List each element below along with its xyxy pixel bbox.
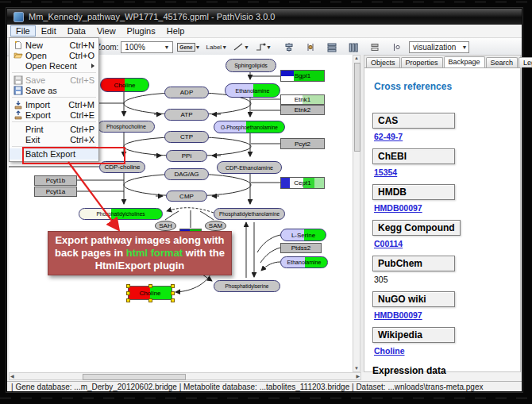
chevron-down-icon: ▼ (222, 44, 227, 50)
xref-link[interactable]: 62-49-7 (374, 132, 512, 141)
pathway-node-cdp-choline[interactable]: CDP-choline (99, 161, 145, 173)
file-menu-item-print[interactable]: PrintCtrl+P (10, 124, 98, 134)
import-icon (12, 100, 24, 110)
pathway-node-etnk1[interactable]: Etnk1 (280, 94, 325, 105)
pathway-node-cmp[interactable]: CMP (166, 190, 207, 202)
file-menu-item-new[interactable]: NewCtrl+N (10, 40, 98, 50)
menu-edit[interactable]: Edit (36, 25, 62, 37)
selection-handle[interactable] (171, 298, 175, 302)
xref-link[interactable]: HMDB00097 (374, 310, 512, 320)
file-menu-item-save-as[interactable]: Save as (10, 85, 98, 95)
pathway-node-ethanolamine[interactable]: Ethanolamine (225, 83, 280, 98)
node-label: Etnk1 (295, 96, 310, 103)
pathway-node-pcyt1b[interactable]: Pcyt1b (34, 175, 77, 186)
menu-file[interactable]: File (10, 25, 36, 37)
pathway-node-adp[interactable]: ADP (164, 87, 209, 98)
horizontal-scroll-thumb[interactable] (83, 374, 186, 380)
scroll-down-icon[interactable]: ▼ (354, 366, 359, 371)
pathway-node-l-serine[interactable]: L-Serine (280, 229, 326, 241)
scroll-right-icon[interactable]: ▶ (356, 374, 360, 379)
menu-help[interactable]: Help (161, 25, 191, 37)
file-menu-item-save[interactable]: SaveCtrl+S (10, 75, 98, 85)
pathway-node-cdp-ethanolamine[interactable]: CDP-Ethanolamine (217, 161, 282, 174)
xref-link[interactable]: Choline (374, 346, 512, 356)
connector-icon (255, 42, 266, 52)
stack-columns-button[interactable] (346, 40, 360, 54)
menu-item-label: Save (24, 75, 45, 85)
selection-handle[interactable] (148, 298, 152, 302)
xref-link[interactable]: 15354 (374, 167, 512, 177)
file-menu-item-open[interactable]: OpenCtrl+O (10, 50, 98, 60)
pathway-node-ptdss2[interactable]: Ptdss2 (280, 243, 322, 253)
pathway-node-sgpl1[interactable]: Sgpl1 (280, 70, 325, 82)
selection-handle[interactable] (126, 284, 130, 288)
xref-section-chebi: ChEBI15354 (372, 148, 512, 177)
connector-tool-button[interactable]: ▼ (253, 40, 273, 54)
pathway-node-pcyt2[interactable]: Pcyt2 (280, 138, 325, 149)
title-bar[interactable]: Mm_Kennedy_pathway_WP1771_45176.gpml - P… (7, 9, 522, 25)
node-label: Pcyt1b (46, 177, 65, 184)
line-tool-button[interactable]: ▼ (231, 40, 251, 54)
selection-handle[interactable] (171, 291, 175, 295)
pathway-node-choline[interactable]: Choline (128, 286, 172, 300)
scroll-up-icon[interactable]: ▲ (354, 56, 359, 61)
menu-view[interactable]: View (91, 25, 121, 37)
label-tool-button[interactable]: Label▼ (205, 40, 229, 54)
pathway-node-etnk2[interactable]: Etnk2 (280, 105, 325, 115)
pathway-node-phosphatidylserine[interactable]: Phosphatidylserine (214, 280, 280, 292)
selection-handle[interactable] (171, 284, 175, 288)
selection-handle[interactable] (126, 291, 130, 295)
node-label: Pcyt2 (295, 140, 310, 148)
gene-tool-button[interactable]: Gene▼ (175, 40, 202, 54)
vertical-scroll-thumb[interactable] (354, 63, 360, 152)
pathway-node-phosphatidylethanolamine[interactable]: Phosphatidylethanolamine (214, 208, 285, 220)
scroll-left-icon[interactable]: ◀ (10, 374, 14, 379)
zoom-combobox[interactable]: 100%▼ (121, 41, 173, 53)
menu-item-shortcut: Ctrl+E (62, 110, 94, 120)
pathway-node-sphingolipids[interactable]: Sphingolipids (226, 59, 276, 72)
canvas-horizontal-scrollbar[interactable]: ◀ ▶ (9, 372, 361, 380)
annotation-highlight-text: html format (126, 247, 183, 259)
xref-link[interactable]: C00114 (374, 239, 512, 248)
xref-section-nugo-wiki: NuGO wikiHMDB00097 (372, 291, 512, 320)
pathway-node-cept1[interactable]: Cept1 (280, 177, 325, 189)
file-menu-item-exit[interactable]: ExitCtrl+X (10, 134, 98, 144)
file-menu-item-batch-export[interactable]: Batch Export (10, 148, 98, 160)
pathway-node-phosphocholine[interactable]: Phosphocholine (98, 121, 155, 133)
empty-icon-slot (12, 149, 24, 159)
stack-rows-button[interactable] (325, 40, 339, 54)
selection-handle[interactable] (126, 298, 130, 302)
file-menu-item-import[interactable]: ImportCtrl+M (10, 99, 98, 110)
pathway-node-pcyt1a[interactable]: Pcyt1a (34, 187, 77, 197)
tab-search[interactable]: Search (486, 57, 519, 67)
tab-backpage[interactable]: Backpage (444, 56, 485, 67)
pathway-node-choline[interactable]: Choline (100, 78, 149, 92)
pathway-node-ctp[interactable]: CTP (164, 131, 209, 143)
selection-handle[interactable] (148, 284, 152, 288)
bracket-button[interactable] (389, 40, 403, 54)
pathway-node-o-phosphoethanolamine[interactable]: O-Phosphoethanolamine (214, 121, 285, 133)
align-edges-button[interactable] (303, 40, 318, 54)
file-menu-item-export[interactable]: ExportCtrl+E (10, 110, 98, 120)
align-center-button[interactable] (282, 40, 296, 54)
canvas-vertical-scrollbar[interactable]: ▲ ▼ (353, 55, 360, 372)
menu-item-label: Open (24, 51, 47, 60)
tab-properties[interactable]: Properties (401, 57, 443, 67)
pathway-node-sam[interactable]: SAM (205, 221, 226, 231)
menu-item-label: Open Recent (24, 61, 77, 71)
xref-link[interactable]: HMDB00097 (374, 203, 512, 213)
pathway-node-atp[interactable]: ATP (164, 109, 209, 121)
pathway-node-phosphatidylcholines[interactable]: Phosphatidylcholines (79, 208, 163, 220)
pathway-node-sah[interactable]: SAH (155, 221, 176, 231)
align-stack-button[interactable] (368, 40, 382, 54)
pathway-node-ppi[interactable]: PPi (166, 150, 207, 162)
visualization-combobox[interactable]: visualization▼ (409, 41, 469, 53)
tab-legend[interactable]: Legend (519, 57, 532, 67)
file-menu-item-open-recent[interactable]: Open Recent (10, 60, 98, 71)
menu-plugins[interactable]: Plugins (121, 25, 161, 37)
tab-objects[interactable]: Objects (366, 57, 400, 67)
pathway-node-ethanolamine[interactable]: Ethanolamine (280, 256, 328, 268)
menu-data[interactable]: Data (62, 25, 91, 37)
pathway-node-dag-ag[interactable]: DAG/AG (164, 168, 209, 180)
zoom-label: Zoom: (96, 43, 118, 52)
